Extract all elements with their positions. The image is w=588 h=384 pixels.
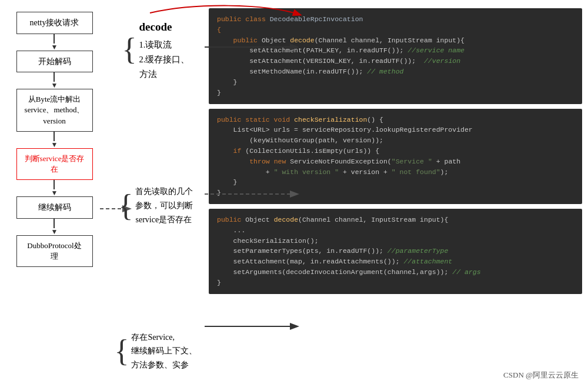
right-col: public class DecodeableRpcInvocation { p… (209, 6, 582, 381)
flow-box-continue: 继续解码 (16, 196, 93, 219)
flow-arrow-2 (51, 72, 58, 89)
flow-arrow-1 (51, 34, 58, 51)
anno-service-line2: 参数，可以判断 (135, 199, 193, 213)
anno-service-check: { 首先读取的几个 参数，可以判断 service是否存在 (109, 185, 203, 226)
anno-decode-content: decode 1.读取流 2.缓存接口、 方法 (139, 18, 190, 81)
flow-box-byte: 从Byte流中解出service、method、version (16, 89, 93, 132)
flow-box-dubbo: DubboProtocol处理 (16, 235, 93, 267)
flow-box-decode-start: 开始解码 (16, 51, 93, 73)
anno-service-line1: 首先读取的几个 (135, 185, 193, 199)
code-panel-1: public class DecodeableRpcInvocation { p… (209, 8, 582, 104)
flowchart: netty接收请求 开始解码 从Byte流中解出service、method、v… (6, 6, 103, 381)
anno-decode-line3: 方法 (139, 67, 190, 82)
flow-arrow-4 (51, 180, 58, 196)
anno-continue-line1: 存在Service, (131, 330, 197, 345)
code-panel-3: public Object decode(Channel channel, In… (209, 209, 582, 294)
anno-decode-line1: 1.读取流 (139, 38, 190, 52)
main-container: netty接收请求 开始解码 从Byte流中解出service、method、v… (0, 0, 588, 384)
flow-arrow-5 (51, 219, 58, 235)
flow-box-netty: netty接收请求 (16, 12, 93, 34)
anno-service-content: 首先读取的几个 参数，可以判断 service是否存在 (135, 185, 193, 226)
anno-service-line3: service是否存在 (135, 213, 193, 227)
anno-continue: { 存在Service, 继续解码上下文、 方法参数、实参 (109, 330, 203, 372)
code-panel-2: public static void checkSerialization() … (209, 109, 582, 205)
anno-decode: { decode 1.读取流 2.缓存接口、 方法 (109, 18, 203, 81)
anno-continue-line3: 方法参数、实参 (131, 358, 197, 372)
footer: CSDN @阿里云云原生 (503, 370, 579, 380)
anno-continue-line2: 继续解码上下文、 (131, 344, 197, 358)
middle-col: { decode 1.读取流 2.缓存接口、 方法 { 首先读取的几个 参数，可… (103, 6, 209, 381)
flow-arrow-3 (51, 132, 58, 148)
brace-left-3: { (115, 336, 129, 366)
anno-continue-content: 存在Service, 继续解码上下文、 方法参数、实参 (131, 330, 197, 372)
anno-decode-title: decode (139, 18, 190, 36)
flow-box-judge: 判断service是否存在 (16, 148, 93, 180)
brace-left-2: { (119, 191, 133, 221)
brace-left-1: { (122, 34, 137, 65)
anno-decode-line2: 2.缓存接口、 (139, 52, 190, 67)
